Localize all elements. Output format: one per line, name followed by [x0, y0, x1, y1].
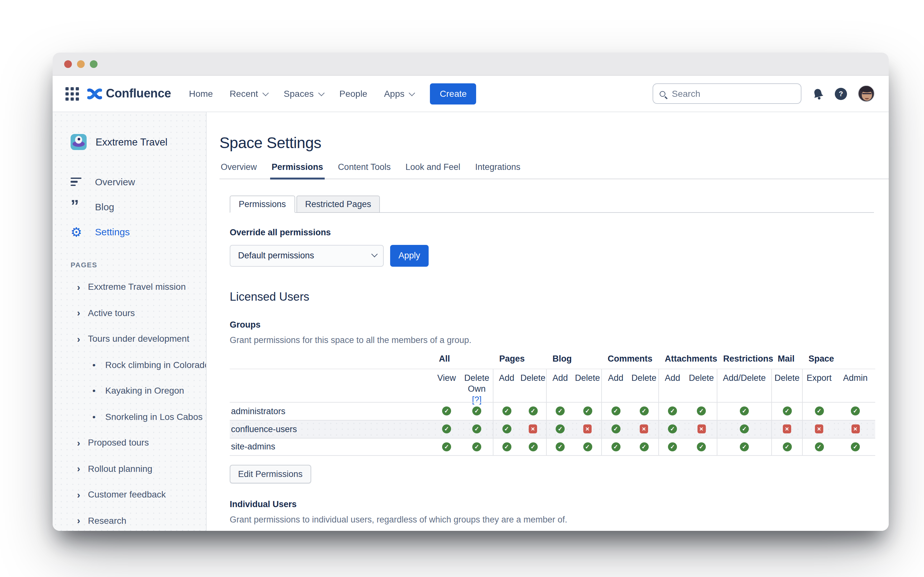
create-button[interactable]: Create: [430, 83, 477, 104]
page-tree-item[interactable]: •Kayaking in Oregon: [53, 378, 206, 404]
perm-cell: ✓: [601, 438, 630, 456]
chevron-right-icon[interactable]: ›: [77, 463, 88, 474]
column-group-space: Space: [802, 530, 875, 531]
chevron-right-icon[interactable]: ›: [77, 282, 88, 292]
page-tree-item[interactable]: ›Exxtreme Travel mission: [53, 274, 206, 300]
perm-allow-icon: ✓: [640, 442, 648, 451]
nav-link-home[interactable]: Home: [189, 89, 213, 99]
space-name: Exxtreme Travel: [95, 136, 168, 148]
sidebar-item-label: Settings: [95, 226, 129, 237]
page-tree-item-label: Snorkeling in Los Cabos: [105, 412, 203, 422]
tab-integrations[interactable]: Integrations: [474, 162, 522, 178]
perm-allow-icon: ✓: [668, 406, 677, 416]
page-tree-item[interactable]: •Rock climbing in Colorado: [53, 351, 206, 378]
nav-link-apps[interactable]: Apps: [384, 89, 414, 99]
page-tree-item[interactable]: ›Research: [53, 508, 206, 531]
confluence-logo[interactable]: Confluence: [87, 86, 171, 101]
group-name: administrators: [230, 402, 433, 420]
perm-cell: ✓: [686, 402, 717, 420]
perm-deny-icon: ✕: [815, 424, 823, 434]
chevron-right-icon[interactable]: ›: [77, 515, 88, 526]
chevron-down-icon: [371, 251, 378, 258]
page-tree-item[interactable]: ›Active tours: [53, 300, 206, 326]
perm-allow-icon: ✓: [528, 406, 537, 416]
perm-allow-icon: ✓: [442, 424, 451, 434]
perm-allow-icon: ✓: [556, 424, 565, 434]
sidebar-item-blog[interactable]: ”Blog: [53, 194, 206, 219]
perm-cell: ✕: [630, 420, 658, 438]
permissions-select[interactable]: Default permissions: [230, 245, 384, 266]
page-tree-item[interactable]: ›Tours under development: [53, 326, 206, 351]
perm-cell: ✓: [802, 402, 835, 420]
sidebar-item-overview[interactable]: Overview: [53, 169, 206, 194]
perm-allow-icon: ✓: [472, 442, 481, 451]
nav-link-recent[interactable]: Recent: [230, 89, 267, 99]
subcolumn-header: Delete: [686, 368, 717, 402]
perm-cell: ✓: [835, 438, 875, 456]
individual-users-title: Individual Users: [230, 499, 874, 509]
perm-cell: ✓: [835, 402, 875, 420]
page-tree-item-label: Customer feedback: [88, 490, 166, 500]
search-box[interactable]: [653, 83, 801, 104]
subcolumn-header: View: [433, 368, 461, 402]
help-icon[interactable]: ?: [835, 87, 847, 100]
bullet-icon: •: [92, 386, 105, 396]
nav-link-label: Apps: [384, 89, 405, 99]
confluence-logo-icon: [87, 86, 102, 101]
subtab-permissions[interactable]: Permissions: [230, 195, 295, 213]
app-switcher-icon[interactable]: [65, 87, 79, 100]
bell-icon[interactable]: [811, 86, 825, 101]
perm-allow-icon: ✓: [697, 442, 706, 451]
tab-permissions[interactable]: Permissions: [270, 162, 325, 179]
perm-cell: ✓: [630, 402, 658, 420]
page-tree-item[interactable]: ›Customer feedback: [53, 482, 206, 508]
settings-tabs: OverviewPermissionsContent ToolsLook and…: [220, 162, 889, 179]
user-avatar[interactable]: [858, 85, 875, 102]
perm-allow-icon: ✓: [556, 406, 565, 416]
main-header: Space Settings OverviewPermissionsConten…: [207, 112, 889, 179]
page-tree-item[interactable]: ›Rollout planning: [53, 456, 206, 482]
permissions-table-corner: [230, 352, 433, 368]
perm-allow-icon: ✓: [472, 406, 481, 416]
tab-content-tools[interactable]: Content Tools: [336, 162, 392, 178]
subtab-restricted-pages[interactable]: Restricted Pages: [296, 195, 380, 213]
subcolumn-header: Admin: [835, 368, 875, 402]
individual-users-description: Grant permissions to individual users, r…: [230, 514, 874, 524]
nav-link-label: Spaces: [284, 89, 313, 99]
subcolumn-header: DeleteOwn[?]: [461, 368, 493, 402]
nav-link-people[interactable]: People: [339, 89, 367, 99]
tab-look-and-feel[interactable]: Look and Feel: [404, 162, 462, 178]
page-tree-item-label: Rollout planning: [88, 464, 152, 474]
apply-button[interactable]: Apply: [390, 245, 429, 266]
minimize-window-button[interactable]: [77, 60, 85, 68]
perm-allow-icon: ✓: [740, 406, 749, 416]
close-window-button[interactable]: [64, 60, 72, 68]
chevron-right-icon[interactable]: ›: [77, 308, 88, 318]
nav-link-spaces[interactable]: Spaces: [284, 89, 322, 99]
zoom-window-button[interactable]: [90, 60, 97, 68]
chevron-right-icon[interactable]: ›: [77, 334, 88, 344]
perm-allow-icon: ✓: [668, 442, 677, 451]
column-group-space: Space: [802, 352, 875, 368]
chevron-down-icon: [318, 89, 325, 96]
tab-overview[interactable]: Overview: [220, 162, 258, 178]
perm-cell: ✓: [520, 438, 546, 456]
overview-icon: [71, 177, 85, 186]
space-header[interactable]: Exxtreme Travel: [53, 112, 206, 150]
perm-allow-icon: ✓: [814, 442, 824, 451]
page-tree-item[interactable]: •Snorkeling in Los Cabos: [53, 404, 206, 430]
perm-deny-icon: ✕: [783, 424, 791, 434]
chevron-right-icon[interactable]: ›: [77, 437, 88, 448]
override-permissions-label: Override all permissions: [230, 227, 874, 237]
sidebar-item-settings[interactable]: ⚙Settings: [53, 219, 206, 244]
perm-allow-icon: ✓: [640, 406, 648, 416]
perm-cell: ✓: [461, 438, 493, 456]
column-group-attachments: Attachments: [658, 352, 717, 368]
page-tree-item[interactable]: ›Proposed tours: [53, 430, 206, 456]
edit-permissions-button[interactable]: Edit Permissions: [230, 464, 311, 483]
chevron-right-icon[interactable]: ›: [77, 489, 88, 500]
perm-cell: ✓: [771, 438, 802, 456]
perm-cell: ✕: [835, 420, 875, 438]
perm-allow-icon: ✓: [583, 406, 592, 416]
search-input[interactable]: [670, 88, 795, 99]
